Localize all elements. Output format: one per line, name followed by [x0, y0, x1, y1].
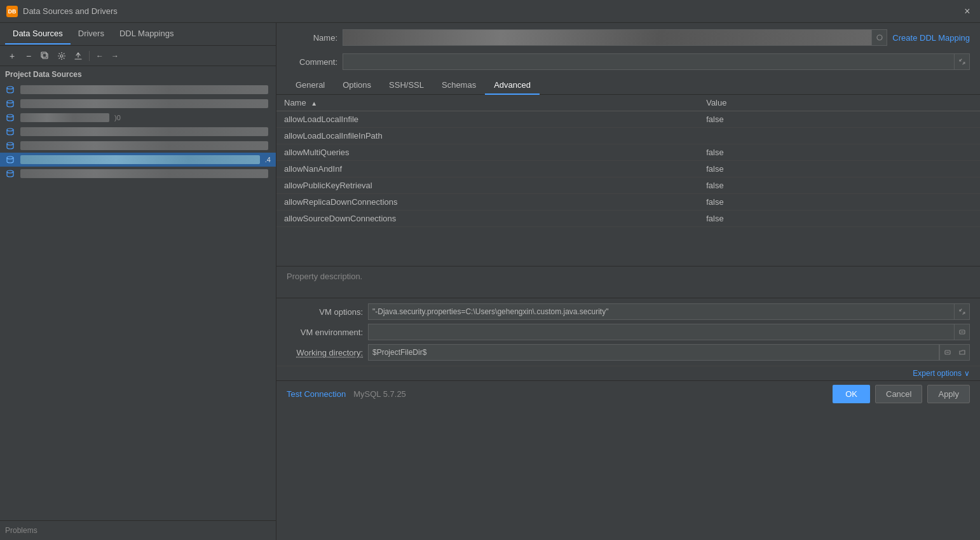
vm-options-label: VM options: — [287, 307, 363, 317]
test-connection-button[interactable]: Test Connection — [287, 387, 346, 401]
tab-schemas[interactable]: Schemas — [433, 76, 485, 95]
tree-item-4[interactable] — [0, 139, 276, 153]
right-tabs: General Options SSH/SSL Schemas Advanced — [276, 76, 980, 95]
svg-rect-1 — [41, 52, 46, 57]
ok-button[interactable]: OK — [833, 385, 870, 403]
name-label: Name: — [287, 33, 337, 43]
table-row[interactable]: allowMultiQueries false — [276, 144, 980, 161]
bottom-left: Test Connection MySQL 5.7.25 — [287, 387, 406, 401]
db-icon-1 — [5, 99, 15, 109]
expert-options-link[interactable]: Expert options ∨ — [913, 369, 970, 378]
remove-button[interactable]: − — [22, 49, 36, 63]
window-title: Data Sources and Drivers — [23, 6, 961, 16]
tree-item-suffix-5: .4 — [265, 156, 271, 163]
tree-item-label-4 — [20, 141, 268, 150]
table-row[interactable]: allowLoadLocalInfile false — [276, 111, 980, 128]
prop-name-5: allowReplicaDownConnections — [276, 194, 698, 211]
tree-item-label-2 — [20, 113, 109, 122]
name-input-container — [343, 29, 887, 46]
prop-value-6: false — [698, 211, 980, 227]
tab-general[interactable]: General — [287, 76, 334, 95]
add-button[interactable]: + — [5, 49, 19, 63]
name-icon-button[interactable] — [872, 29, 887, 46]
vm-options-input[interactable] — [368, 303, 955, 320]
col-name-header[interactable]: Name ▲ — [276, 95, 698, 111]
tree-item-suffix-2: )0 — [114, 114, 121, 121]
comment-expand-button[interactable] — [955, 53, 970, 70]
problems-section: Problems — [0, 520, 276, 540]
working-directory-label: Working directory: — [287, 348, 363, 357]
prop-value-5: false — [698, 194, 980, 211]
back-button[interactable]: ← — [93, 50, 106, 62]
create-ddl-link[interactable]: Create DDL Mapping — [892, 33, 970, 43]
prop-value-0: false — [698, 111, 980, 128]
tree-item-3[interactable] — [0, 125, 276, 139]
vm-environment-input-container — [368, 324, 970, 340]
col-value-header[interactable]: Value — [698, 95, 980, 111]
prop-value-3: false — [698, 161, 980, 177]
comment-input[interactable] — [343, 53, 955, 70]
vm-environment-button[interactable] — [955, 324, 970, 340]
db-icon-2 — [5, 113, 15, 123]
tree-item-label-5 — [20, 155, 260, 164]
svg-point-10 — [877, 35, 882, 40]
tab-ssh-ssl[interactable]: SSH/SSL — [380, 76, 433, 95]
expert-options-row: Expert options ∨ — [276, 366, 980, 380]
title-bar: DB Data Sources and Drivers × — [0, 0, 980, 23]
settings-button[interactable] — [55, 49, 69, 63]
tree-item-label-3 — [20, 127, 268, 136]
left-tab-bar: Data Sources Drivers DDL Mappings — [0, 23, 276, 46]
tree-item-6[interactable] — [0, 167, 276, 181]
tab-drivers[interactable]: Drivers — [71, 24, 112, 45]
tab-advanced[interactable]: Advanced — [485, 76, 540, 95]
toolbar-separator — [89, 51, 90, 61]
tab-options[interactable]: Options — [334, 76, 380, 95]
properties-table-container: Name ▲ Value allowLoadLocalInfile false — [276, 95, 980, 267]
svg-point-7 — [7, 142, 13, 145]
vm-environment-input[interactable] — [368, 324, 955, 340]
tree-item-label-1 — [20, 99, 268, 108]
name-row: Name: Create DDL Mapping — [276, 23, 980, 50]
vm-environment-label: VM environment: — [287, 328, 363, 337]
comment-input-container — [343, 53, 970, 70]
working-directory-browse-button[interactable] — [939, 344, 955, 361]
project-data-sources-header: Project Data Sources — [0, 66, 276, 83]
tree-item-1[interactable] — [0, 97, 276, 111]
tree-list: )0 — [0, 83, 276, 181]
tree-item-5[interactable]: .4 — [0, 153, 276, 167]
sort-arrow-name: ▲ — [311, 100, 317, 107]
name-input[interactable] — [343, 29, 872, 46]
working-directory-row: Working directory: — [287, 344, 970, 361]
apply-button[interactable]: Apply — [927, 385, 970, 403]
cancel-button[interactable]: Cancel — [875, 385, 922, 403]
svg-point-8 — [7, 156, 13, 159]
property-description: Property description. — [276, 267, 980, 298]
db-icon-0 — [5, 85, 15, 95]
working-directory-input[interactable] — [368, 344, 939, 361]
prop-value-4: false — [698, 177, 980, 194]
table-row[interactable]: allowSourceDownConnections false — [276, 211, 980, 227]
close-button[interactable]: × — [961, 5, 974, 18]
prop-name-4: allowPublicKeyRetrieval — [276, 177, 698, 194]
tree-item-0[interactable] — [0, 83, 276, 97]
table-row[interactable]: allowNanAndInf false — [276, 161, 980, 177]
table-row[interactable]: allowLoadLocalInfileInPath — [276, 128, 980, 144]
prop-value-1 — [698, 128, 980, 144]
export-button[interactable] — [71, 49, 85, 63]
forward-button[interactable]: → — [109, 50, 121, 62]
table-row[interactable]: allowReplicaDownConnections false — [276, 194, 980, 211]
tab-data-sources[interactable]: Data Sources — [5, 24, 71, 45]
prop-name-2: allowMultiQueries — [276, 144, 698, 161]
svg-point-6 — [7, 128, 13, 131]
table-row[interactable]: allowPublicKeyRetrieval false — [276, 177, 980, 194]
vm-section: VM options: VM environment: — [276, 298, 980, 366]
tree-item-2[interactable]: )0 — [0, 111, 276, 125]
working-directory-folder-button[interactable] — [955, 344, 970, 361]
db-icon-6 — [5, 169, 15, 179]
svg-point-9 — [7, 170, 13, 173]
problems-label: Problems — [5, 526, 37, 535]
tab-ddl-mappings[interactable]: DDL Mappings — [112, 24, 182, 45]
vm-options-expand-button[interactable] — [955, 303, 970, 320]
copy-button[interactable] — [38, 49, 52, 63]
left-panel: Data Sources Drivers DDL Mappings + − — [0, 23, 276, 540]
